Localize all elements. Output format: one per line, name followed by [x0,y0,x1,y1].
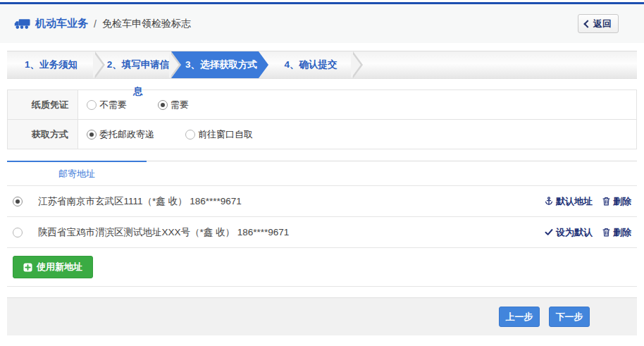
page: 机动车业务 / 免检车申领检验标志 返回 1、业务须知 2、填写申请信息 3、选… [0,0,644,346]
breadcrumb-divider: / [94,18,97,30]
use-new-address-label: 使用新地址 [37,261,82,273]
address-text: 陕西省宝鸡市渭滨区测试地址XXX号（*鑫 收） 186****9671 [38,226,289,239]
radio-label: 不需要 [99,99,127,111]
step-label: 4、确认提交 [284,59,337,70]
radio-icon[interactable] [87,100,97,110]
form-label-paper-certificate: 纸质凭证 [8,90,78,119]
step-2-fill-info[interactable]: 2、填写申请信息 [105,51,171,78]
use-new-address-button[interactable]: 使用新地址 [13,256,93,278]
tab-label: 邮寄地址 [58,168,95,180]
trash-icon [602,197,610,206]
truck-icon [14,18,30,30]
address-actions: 默认地址 删除 [545,195,631,208]
radio-label: 委托邮政寄递 [99,128,154,141]
address-radio-selected[interactable] [13,197,23,206]
step-4-confirm[interactable]: 4、确认提交 [268,51,353,78]
form-value-paper-certificate: 不需要 需要 [78,90,636,119]
tab-mail-address[interactable]: 邮寄地址 [7,161,147,185]
step-separator [353,51,363,78]
plus-icon [23,263,32,272]
radio-label: 需要 [171,99,189,111]
step-wizard: 1、业务须知 2、填写申请信息 3、选择获取方式 4、确认提交 [7,51,637,79]
back-button-label: 返回 [593,18,612,30]
step-3-choose-method[interactable]: 3、选择获取方式 [171,51,268,78]
breadcrumb: 机动车业务 / 免检车申领检验标志 [14,17,191,30]
action-label: 默认地址 [556,195,593,208]
step-label: 3、选择获取方式 [185,59,257,70]
wizard-filler [363,51,637,78]
chevron-left-icon [583,20,591,27]
mail-address-section: 邮寄地址 江苏省南京市玄武区1111（*鑫 收） 186****9671 [7,161,637,287]
header: 机动车业务 / 免检车申领检验标志 返回 [0,4,644,43]
trash-icon [602,228,610,237]
back-button[interactable]: 返回 [578,14,619,33]
address-text: 江苏省南京市玄武区1111（*鑫 收） 186****9671 [38,195,242,208]
form-value-obtain-method: 委托邮政寄递 前往窗口自取 [78,120,636,149]
radio-option-not-needed[interactable]: 不需要 [87,99,127,111]
radio-option-postal-delivery[interactable]: 委托邮政寄递 [87,128,154,141]
delete-address-link[interactable]: 删除 [602,195,631,208]
radio-selected-icon[interactable] [87,130,97,140]
action-label: 删除 [613,195,631,208]
page-title: 免检车申领检验标志 [102,18,191,30]
address-radio[interactable] [13,228,23,237]
step-1-notice[interactable]: 1、业务须知 [7,51,95,78]
check-icon [545,228,553,236]
default-address-badge: 默认地址 [545,195,593,208]
radio-option-window-pickup[interactable]: 前往窗口自取 [185,128,253,141]
section-title: 机动车业务 [35,17,88,30]
anchor-icon [545,197,553,206]
radio-label: 前往窗口自取 [198,128,253,141]
options-form: 纸质凭证 不需要 需要 获取方式 委托邮政寄递 [7,89,637,149]
address-row[interactable]: 江苏省南京市玄武区1111（*鑫 收） 186****9671 默认地址 [7,186,637,217]
step-separator [95,51,105,78]
tab-bar: 邮寄地址 [7,161,637,186]
action-label: 设为默认 [556,226,593,239]
radio-option-needed[interactable]: 需要 [158,99,189,111]
radio-icon[interactable] [185,130,195,140]
action-label: 删除 [613,226,631,239]
address-row[interactable]: 陕西省宝鸡市渭滨区测试地址XXX号（*鑫 收） 186****9671 设为默认 [7,217,637,248]
radio-selected-icon[interactable] [158,100,168,110]
footer-bar: 上一步 下一步 [7,297,637,335]
next-step-button[interactable]: 下一步 [549,307,590,327]
prev-step-button[interactable]: 上一步 [499,307,540,327]
delete-address-link[interactable]: 删除 [602,226,631,239]
form-row-paper-certificate: 纸质凭证 不需要 需要 [8,90,636,119]
step-label: 1、业务须知 [25,59,78,70]
form-row-obtain-method: 获取方式 委托邮政寄递 前往窗口自取 [8,119,636,149]
set-default-link[interactable]: 设为默认 [545,226,593,239]
address-actions: 设为默认 删除 [545,226,631,239]
form-label-obtain-method: 获取方式 [8,120,78,149]
